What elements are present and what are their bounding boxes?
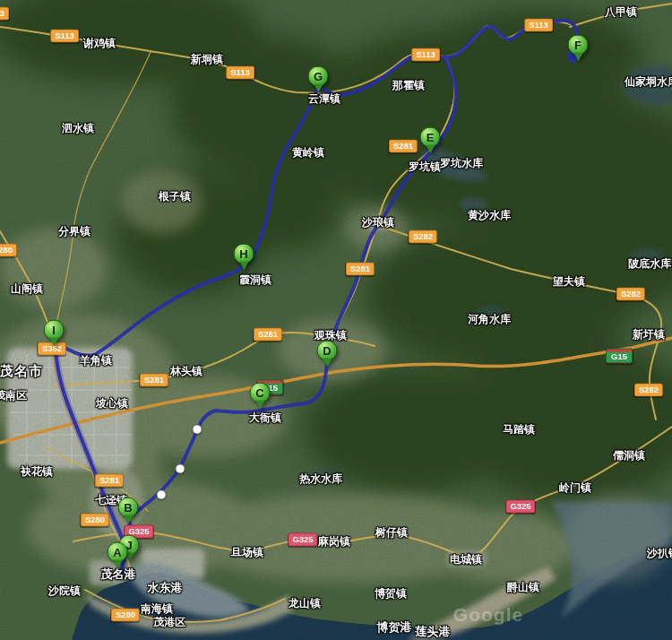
road-shield-S280: S280 xyxy=(81,514,109,527)
town-label: 沙琅镇 xyxy=(362,215,394,230)
town-label: 罗坑镇 xyxy=(409,160,441,175)
road-shield-G325: G325 xyxy=(288,533,317,547)
town-label: 旦场镇 xyxy=(231,545,263,560)
road-shield-S280: S280 xyxy=(0,244,17,257)
city-label: 茂名市 xyxy=(0,363,43,380)
town-label: 大衙镇 xyxy=(249,411,281,426)
town-label: 泗水镇 xyxy=(62,121,94,136)
road-shield-S282: S282 xyxy=(634,384,663,397)
road-shield-S282: S282 xyxy=(409,230,437,244)
road-shield-S281: S281 xyxy=(346,263,375,276)
road-shield-G15: G15 xyxy=(606,349,633,364)
water-label: 罗坑水库 xyxy=(440,156,483,171)
town-label: 八甲镇 xyxy=(605,4,637,20)
town-label: 电城镇 xyxy=(450,552,482,567)
road-shield-S281: S281 xyxy=(140,374,168,387)
district-label: 茂南区 xyxy=(0,388,27,403)
town-label: 树仔镇 xyxy=(375,525,408,541)
town-label: 分界镇 xyxy=(58,224,90,239)
route-marker-E[interactable]: E xyxy=(420,127,441,148)
water-label: 河角水库 xyxy=(468,312,511,327)
town-label: 林头镇 xyxy=(170,364,202,379)
road-shield-S113: S113 xyxy=(226,66,254,80)
road-shield-G325: G325 xyxy=(505,500,535,514)
route-marker-G[interactable]: G xyxy=(308,66,329,87)
water-label: 仙家垌水库 xyxy=(625,74,672,90)
water-label: 陂底水库 xyxy=(628,256,671,272)
district-label: 茂港区 xyxy=(153,615,185,630)
town-label: 岭门镇 xyxy=(559,480,591,496)
town-label: 沙扒镇 xyxy=(647,546,672,561)
road-shield-S113: S113 xyxy=(50,30,79,43)
route-marker-A[interactable]: A xyxy=(108,542,128,563)
road-shield-S281: S281 xyxy=(95,474,124,488)
port-label: 水东港 xyxy=(148,580,183,596)
town-label: 博贺镇 xyxy=(375,586,407,601)
water-label: 黄沙水库 xyxy=(468,208,511,223)
road-shield-S280: S280 xyxy=(111,609,140,622)
road-shield-S281: S281 xyxy=(389,140,418,153)
town-label: 望夫镇 xyxy=(553,274,585,290)
water-label: 热水水库 xyxy=(299,471,342,487)
town-label: 麻岗镇 xyxy=(318,534,350,549)
map-watermark: Google xyxy=(453,604,523,626)
route-marker-D[interactable]: D xyxy=(317,341,338,361)
town-label: 南海镇 xyxy=(141,601,173,617)
road-shield-S113: S113 xyxy=(411,48,440,62)
route-waypoint-dot[interactable] xyxy=(176,464,185,474)
route-marker-I[interactable]: I xyxy=(44,320,65,341)
route-marker-H[interactable]: H xyxy=(234,244,254,264)
route-waypoint-dot[interactable] xyxy=(193,425,202,435)
town-label: 谢鸡镇 xyxy=(83,36,116,51)
town-label: 龙山镇 xyxy=(289,596,321,611)
route-waypoint-dot[interactable] xyxy=(157,490,167,500)
road-shield-S113: S113 xyxy=(524,19,553,32)
route-marker-F[interactable]: F xyxy=(568,35,589,56)
town-label: 袂花镇 xyxy=(21,464,53,480)
town-label: 黄岭镇 xyxy=(292,145,324,160)
town-label: 爵山镇 xyxy=(507,580,539,595)
town-label: 坡心镇 xyxy=(96,396,128,411)
town-label: 山阁镇 xyxy=(11,281,43,297)
town-label: 新圩镇 xyxy=(633,327,665,342)
town-label: 马踏镇 xyxy=(503,422,535,437)
town-label: 那霍镇 xyxy=(392,78,425,93)
road-shield-S281: S281 xyxy=(254,328,282,342)
town-label: 根子镇 xyxy=(159,189,191,204)
route-marker-B[interactable]: B xyxy=(118,497,139,518)
road-shield-S282: S282 xyxy=(616,288,645,301)
map-canvas[interactable]: 茂名市茂南区茂港区谢鸡镇新垌镇八甲镇云潭镇那霍镇泗水镇黄岭镇罗坑镇根子镇沙琅镇分… xyxy=(0,0,672,640)
town-label: 新垌镇 xyxy=(191,52,223,67)
road-shield-S113: S113 xyxy=(0,7,9,21)
port-label: 莲头港 xyxy=(416,624,451,640)
port-label: 博贺港 xyxy=(377,619,412,636)
town-label: 儒洞镇 xyxy=(613,448,645,463)
route-marker-C[interactable]: C xyxy=(250,383,271,403)
town-label: 沙院镇 xyxy=(48,584,81,599)
town-label: 羊角镇 xyxy=(80,353,112,368)
